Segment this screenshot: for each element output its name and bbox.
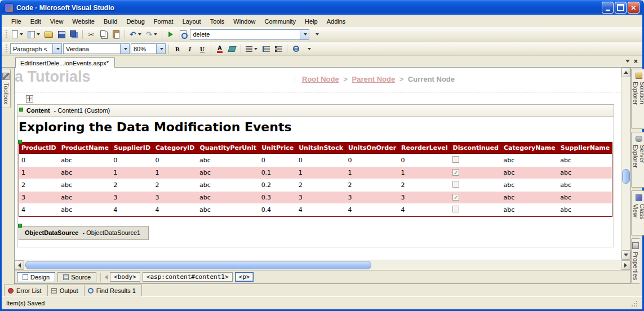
scroll-up-button[interactable] <box>621 68 630 77</box>
menu-item-debug[interactable]: Debug <box>122 17 148 26</box>
maximize-icon <box>617 4 624 11</box>
scroll-right-button[interactable] <box>621 260 630 270</box>
design-view-button[interactable]: Design <box>17 272 55 282</box>
highlight-color-button[interactable] <box>226 43 238 55</box>
checkbox-unchecked-icon[interactable] <box>452 156 459 163</box>
paste-button[interactable] <box>110 28 122 41</box>
new-document-button[interactable] <box>10 28 25 41</box>
bullet-list-button[interactable] <box>273 43 284 55</box>
menu-item-addins[interactable]: Addins <box>323 17 350 26</box>
file-list-dropdown-button[interactable] <box>625 60 630 63</box>
toolbar-options-button[interactable] <box>303 43 314 55</box>
chevron-left-icon[interactable] <box>105 274 108 281</box>
combobox-dropdown-button[interactable] <box>300 30 309 39</box>
toolbar-grip[interactable] <box>6 30 7 39</box>
title-bar[interactable]: Code - Microsoft Visual Studio <box>2 0 642 15</box>
checkbox-unchecked-icon[interactable] <box>452 206 459 212</box>
tag-button-body[interactable]: <body> <box>110 272 140 282</box>
toolbar-combobox[interactable]: delete <box>190 29 309 40</box>
combobox-dropdown-button[interactable] <box>52 44 61 54</box>
document-tab[interactable]: EditInsertDele...ionEvents.aspx* <box>15 57 115 68</box>
grid-cell: 4 <box>111 203 153 217</box>
objectdatasource-control[interactable]: ObjectDataSource - ObjectDataSource1 <box>19 226 149 240</box>
menu-item-tools[interactable]: Tools <box>206 17 229 26</box>
design-surface[interactable]: a Tutorials Root Node > Parent Node > Cu… <box>15 68 621 260</box>
maximize-button[interactable] <box>615 2 627 14</box>
menu-item-help[interactable]: Help <box>301 17 322 26</box>
breadcrumb-parent-link[interactable]: Parent Node <box>352 75 396 83</box>
save-all-button[interactable] <box>68 28 79 41</box>
open-file-button[interactable] <box>43 28 55 41</box>
zoom-combobox[interactable]: 80% <box>131 43 166 54</box>
add-new-item-button[interactable] <box>26 28 42 41</box>
content-placeholder-control[interactable]: Content - Content1 (Custom) Exploring th… <box>17 104 614 247</box>
objectdatasource-box[interactable]: ObjectDataSource - ObjectDataSource1 <box>19 226 149 240</box>
resize-grip[interactable] <box>630 300 638 307</box>
bold-button[interactable]: B <box>172 43 183 55</box>
panel-tab-find-results-1[interactable]: Find Results 1 <box>84 285 142 296</box>
breadcrumb-root-link[interactable]: Root Node <box>302 75 339 83</box>
toolbox-tab[interactable]: Toolbox <box>2 69 11 108</box>
scroll-left-button[interactable] <box>15 260 24 270</box>
move-handle-icon[interactable] <box>26 95 33 103</box>
menu-item-community[interactable]: Community <box>260 17 300 26</box>
numbered-list-button[interactable] <box>260 43 272 55</box>
block-format-combobox[interactable]: Paragraph < <box>10 43 62 54</box>
toolbar-grip[interactable] <box>6 45 7 54</box>
scroll-down-button[interactable] <box>621 250 630 260</box>
menu-item-edit[interactable]: Edit <box>26 17 45 26</box>
panel-tab-output[interactable]: Output <box>47 285 85 296</box>
start-debug-button[interactable] <box>165 28 176 41</box>
align-button[interactable] <box>244 43 259 55</box>
combobox-dropdown-button[interactable] <box>156 44 165 54</box>
close-button[interactable] <box>628 2 639 14</box>
right-tab-server-explorer[interactable]: Server Explorer <box>631 132 644 188</box>
master-page-region: a Tutorials Root Node > Parent Node > Cu… <box>15 68 621 92</box>
gridview-control[interactable]: ProductIDProductNameSupplierIDCategoryID… <box>19 142 612 217</box>
horizontal-scroll-track[interactable] <box>24 260 621 270</box>
horizontal-scrollbar[interactable] <box>15 260 630 270</box>
horizontal-scroll-thumb[interactable] <box>25 261 371 269</box>
checkbox-checked-icon[interactable] <box>452 194 459 201</box>
menu-item-window[interactable]: Window <box>229 17 259 26</box>
numbered-list-icon <box>263 46 270 52</box>
menu-item-website[interactable]: Website <box>68 17 99 26</box>
grid-header-categoryname: CategoryName <box>501 143 558 154</box>
hyperlink-button[interactable] <box>290 43 301 55</box>
minimize-button[interactable] <box>602 2 614 14</box>
panel-tab-error-list[interactable]: Error List <box>4 285 48 296</box>
copy-button[interactable] <box>98 28 109 41</box>
menu-item-format[interactable]: Format <box>150 17 177 26</box>
vertical-scroll-thumb[interactable] <box>622 169 630 184</box>
right-tab-class-view[interactable]: Class View <box>631 190 644 235</box>
underline-button[interactable]: U <box>197 43 208 55</box>
source-view-button[interactable]: Source <box>57 272 96 282</box>
checkbox-checked-icon[interactable] <box>452 169 459 176</box>
undo-button[interactable] <box>128 28 143 41</box>
menu-item-view[interactable]: View <box>46 17 68 26</box>
font-color-button[interactable]: A <box>214 43 225 55</box>
combobox-dropdown-button[interactable] <box>120 44 129 54</box>
grid-cell: 0 <box>153 154 197 167</box>
right-tab-properties[interactable]: Properties <box>631 238 639 284</box>
right-tab-solution-explorer[interactable]: Solution Explorer <box>631 69 644 129</box>
vertical-scrollbar[interactable] <box>621 68 630 260</box>
menu-item-layout[interactable]: Layout <box>179 17 205 26</box>
cut-button[interactable] <box>86 28 97 41</box>
standard-toolbar: delete <box>2 27 642 42</box>
redo-button[interactable] <box>144 28 159 41</box>
content-control-header[interactable]: Content - Content1 (Custom) <box>17 105 614 117</box>
toolbar-options-button[interactable] <box>310 28 322 41</box>
tag-button-p[interactable]: <p> <box>235 272 254 282</box>
products-gridview[interactable]: ProductIDProductNameSupplierIDCategoryID… <box>19 142 612 217</box>
menu-item-build[interactable]: Build <box>100 17 121 26</box>
vertical-scroll-track[interactable] <box>621 77 630 250</box>
checkbox-unchecked-icon[interactable] <box>452 181 459 188</box>
close-document-button[interactable] <box>633 57 638 65</box>
menu-item-file[interactable]: File <box>7 17 25 26</box>
italic-button[interactable]: I <box>184 43 196 55</box>
view-in-browser-button[interactable] <box>177 28 189 41</box>
tag-button-aspcontentcontent1[interactable]: <asp:content#content1> <box>143 272 233 282</box>
font-name-combobox[interactable]: Verdana <box>63 43 130 54</box>
save-button[interactable] <box>56 28 67 41</box>
